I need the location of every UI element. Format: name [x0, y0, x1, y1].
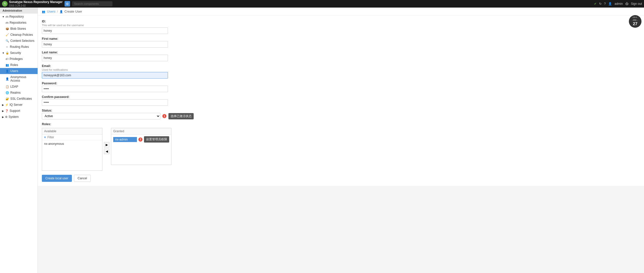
admin-label: admin [614, 2, 623, 6]
roles-panels: Available ▼ nx-anonymous ▶ ◀ [42, 128, 640, 171]
repositories-icon [6, 21, 8, 24]
help-icon[interactable]: ? [604, 2, 606, 6]
ssl-icon [6, 97, 9, 100]
repository-icon [6, 15, 8, 18]
chevron-right-icon-2: ▶ [2, 110, 4, 112]
sidebar-item-blob-stores[interactable]: Blob Stores [0, 26, 38, 32]
filter-input[interactable] [47, 135, 101, 139]
list-item[interactable]: nx-anonymous [42, 141, 102, 146]
sidebar-item-label-realms: Realms [10, 91, 21, 94]
sidebar-item-label-roles: Roles [10, 63, 18, 67]
sidebar-header: Administration [0, 8, 38, 14]
lastname-input[interactable] [42, 55, 168, 61]
remove-role-button[interactable]: ◀ [104, 149, 109, 154]
bottom-buttons: Create local user Cancel [42, 175, 640, 182]
breadcrumb-current: Create User [65, 10, 82, 13]
search-input[interactable] [72, 1, 112, 6]
sidebar-item-label-blob-stores: Blob Stores [10, 27, 26, 30]
logo-icon: N [2, 1, 8, 7]
sidebar-item-label-privileges: Privileges [10, 57, 23, 61]
sidebar-item-realms[interactable]: Realms [0, 90, 38, 96]
status-tooltip: 选择已激活状态 [168, 113, 194, 119]
settings-icon[interactable]: ⚙ [65, 1, 70, 7]
roles-granted-header: Granted [111, 128, 171, 134]
sidebar-section-repository[interactable]: ▼ Repository [0, 14, 38, 20]
list-item[interactable]: nx-admin [113, 137, 137, 142]
support-icon [5, 109, 9, 113]
id-sublabel: This will be used as the username [42, 24, 640, 27]
email-label: Email: [42, 64, 640, 68]
sidebar-item-content-selectors[interactable]: Content Selectors [0, 38, 38, 44]
firstname-input[interactable] [42, 41, 168, 48]
roles-icon [6, 63, 9, 67]
app-title: Sonatype Nexus Repository Manager OSS 3.… [9, 0, 63, 7]
add-role-button[interactable]: ▶ [104, 142, 109, 148]
sidebar-item-repositories[interactable]: Repositories [0, 20, 38, 26]
sidebar-item-users[interactable]: Users [0, 68, 38, 74]
confirm-password-input[interactable] [42, 99, 168, 106]
sidebar-section-support[interactable]: ▶ Support [0, 108, 38, 114]
privileges-icon [6, 57, 8, 60]
system-icon [5, 115, 8, 119]
sidebar-item-roles[interactable]: Roles [0, 62, 38, 68]
iq-icon [5, 103, 9, 107]
topbar: N Sonatype Nexus Repository Manager OSS … [0, 0, 644, 8]
firstname-field-group: First name: [42, 37, 640, 48]
anon-icon [6, 77, 9, 81]
sidebar-item-routing-rules[interactable]: Routing Rules [0, 44, 38, 50]
users-breadcrumb-icon [42, 10, 45, 13]
check-icon: ✔ [594, 2, 597, 6]
chevron-down-icon: ▼ [2, 15, 5, 18]
transfer-buttons: ▶ ◀ [102, 128, 111, 168]
roles-granted-panel: Granted nx-admin 2 设置管理员权限 [111, 128, 171, 165]
email-sublabel: Used for notifications [42, 68, 640, 71]
breadcrumb: Users / Create User [38, 8, 644, 16]
granted-item-row: nx-admin 2 设置管理员权限 [111, 135, 171, 143]
metrics-widget: -13.4... -292... 27 [629, 15, 641, 28]
signout-label[interactable]: Sign out [631, 2, 642, 6]
realms-icon [6, 91, 9, 94]
sidebar-item-privileges[interactable]: Privileges [0, 56, 38, 62]
create-user-breadcrumb-icon [60, 10, 63, 13]
sidebar-section-iq[interactable]: ▶ IQ Server [0, 102, 38, 108]
status-badge: 1 [162, 114, 166, 118]
metrics-line2: -292... [632, 19, 638, 21]
status-select[interactable]: Active Disabled [42, 113, 160, 119]
refresh-icon[interactable]: ↻ [599, 2, 602, 6]
sidebar-item-label-system: System [9, 115, 19, 119]
cleanup-icon [6, 33, 9, 37]
chevron-right-icon-3: ▶ [2, 116, 4, 118]
sidebar-section-system[interactable]: ▶ System [0, 114, 38, 120]
user-icon: 👤 [608, 2, 612, 6]
create-local-user-button[interactable]: Create local user [42, 175, 72, 182]
id-input[interactable] [42, 27, 168, 34]
password-input[interactable] [42, 86, 168, 92]
topbar-right: ✔ ↻ ? 👤 admin ⏻ Sign out [594, 2, 642, 6]
form-area: ID: This will be used as the username Fi… [38, 16, 644, 186]
sidebar-item-ldap[interactable]: LDAP [0, 84, 38, 90]
sidebar-item-ssl-certificates[interactable]: SSL Certificates [0, 96, 38, 102]
roles-label: Roles: [42, 122, 640, 126]
sidebar-section-security[interactable]: ▼ Security [0, 50, 38, 56]
breadcrumb-separator: / [57, 10, 58, 13]
status-label: Status: [42, 109, 640, 112]
routing-icon [6, 45, 9, 49]
cancel-button[interactable]: Cancel [74, 175, 91, 182]
confirm-password-field-group: Confirm password: [42, 95, 640, 106]
id-field-group: ID: This will be used as the username [42, 20, 640, 34]
lastname-field-group: Last name: [42, 51, 640, 61]
email-input[interactable] [42, 72, 168, 79]
roles-granted-list: nx-admin 2 设置管理员权限 [111, 134, 171, 165]
breadcrumb-users-link[interactable]: Users [47, 10, 55, 13]
security-icon [6, 51, 9, 55]
sidebar-item-label-users: Users [10, 69, 18, 73]
sidebar-item-anonymous-access[interactable]: Anonymous Access [0, 74, 38, 84]
email-field-group: Email: Used for notifications [42, 64, 640, 79]
sidebar-item-cleanup-policies[interactable]: Cleanup Policies [0, 32, 38, 38]
blob-stores-icon [6, 27, 9, 30]
sidebar: Administration ▼ Repository Repositories… [0, 8, 38, 273]
sidebar-item-label-content-selectors: Content Selectors [10, 39, 34, 43]
sidebar-item-label-ssl: SSL Certificates [10, 97, 32, 100]
sidebar-item-label-cleanup: Cleanup Policies [10, 33, 33, 37]
signout-icon[interactable]: ⏻ [625, 2, 628, 6]
